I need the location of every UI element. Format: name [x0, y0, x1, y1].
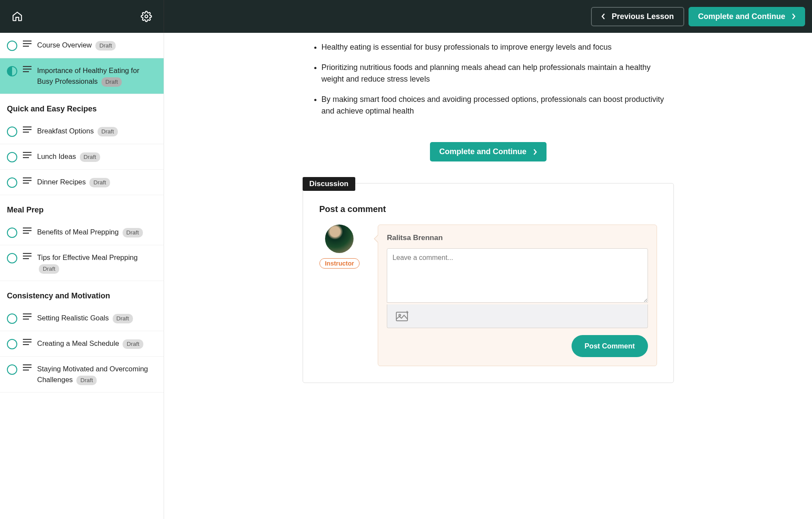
- lesson-status-icon: [7, 228, 17, 238]
- avatar: [325, 225, 354, 253]
- draft-badge: Draft: [39, 264, 59, 274]
- lesson-status-icon: [7, 152, 17, 162]
- main: Healthy eating is essential for busy pro…: [164, 0, 812, 409]
- lesson-text: Creating a Meal Schedule Draft: [37, 338, 143, 349]
- lesson-body: Tips for Effective Meal Prepping Draft: [22, 252, 157, 274]
- draft-badge: Draft: [113, 314, 133, 323]
- lesson-item[interactable]: Benefits of Meal Prepping Draft: [0, 220, 164, 245]
- chevron-right-icon: [533, 149, 537, 155]
- content: Healthy eating is essential for busy pro…: [290, 33, 687, 409]
- content-bullet: By making smart food choices and avoidin…: [322, 89, 674, 121]
- lesson-text: Tips for Effective Meal Prepping Draft: [37, 252, 157, 274]
- lesson-body: Lunch Ideas Draft: [22, 151, 157, 162]
- lesson-status-icon: [7, 339, 17, 349]
- lesson-text: Setting Realistic Goals Draft: [37, 313, 133, 323]
- complete-continue-label: Complete and Continue: [698, 12, 785, 21]
- lesson-label: Course Overview: [37, 41, 92, 49]
- home-icon: [12, 11, 23, 22]
- lesson-item[interactable]: Lunch Ideas Draft: [0, 144, 164, 170]
- complete-continue-button[interactable]: Complete and Continue: [689, 7, 805, 26]
- header-left: [0, 0, 164, 33]
- draft-badge: Draft: [101, 77, 122, 87]
- section-title: Quick and Easy Recipes: [0, 94, 164, 119]
- lesson-status-icon: [7, 253, 17, 263]
- text-icon: [22, 313, 32, 321]
- settings-button[interactable]: [138, 8, 155, 25]
- sidebar[interactable]: Course Overview Draft Importance of Heal…: [0, 33, 164, 409]
- lesson-body: Staying Motivated and Overcoming Challen…: [22, 364, 157, 385]
- draft-badge: Draft: [76, 376, 97, 385]
- lesson-item[interactable]: Course Overview Draft: [0, 33, 164, 58]
- draft-badge: Draft: [80, 152, 100, 162]
- text-icon: [22, 177, 32, 185]
- comment-card: Ralitsa Brennan Post Comment: [378, 225, 657, 366]
- previous-lesson-button[interactable]: Previous Lesson: [591, 7, 684, 26]
- svg-point-0: [145, 15, 148, 18]
- svg-point-32: [399, 314, 401, 316]
- lesson-status-icon: [7, 127, 17, 137]
- content-bullet: Healthy eating is essential for busy pro…: [322, 37, 674, 57]
- lesson-body: Breakfast Options Draft: [22, 126, 157, 136]
- lesson-item[interactable]: Importance of Healthy Eating for Busy Pr…: [0, 58, 164, 94]
- header-right: Previous Lesson Complete and Continue: [164, 0, 812, 33]
- lesson-status-icon: [7, 66, 17, 76]
- lesson-status-icon: [7, 364, 17, 375]
- content-bullet: Prioritizing nutritious foods and planni…: [322, 57, 674, 89]
- home-button[interactable]: [9, 8, 26, 25]
- lesson-text: Benefits of Meal Prepping Draft: [37, 227, 143, 237]
- draft-badge: Draft: [89, 178, 110, 187]
- previous-lesson-label: Previous Lesson: [612, 12, 674, 21]
- discussion-title: Post a comment: [319, 204, 657, 214]
- lesson-body: Dinner Recipes Draft: [22, 177, 157, 187]
- text-icon: [22, 126, 32, 134]
- complete-continue-label-inline: Complete and Continue: [439, 147, 527, 156]
- lesson-body: Creating a Meal Schedule Draft: [22, 338, 157, 349]
- complete-continue-button-inline[interactable]: Complete and Continue: [430, 142, 547, 161]
- text-icon: [22, 152, 32, 159]
- text-icon: [22, 364, 32, 372]
- lesson-text: Breakfast Options Draft: [37, 126, 118, 136]
- image-upload-button[interactable]: [396, 310, 638, 322]
- lesson-item[interactable]: Staying Motivated and Overcoming Challen…: [0, 357, 164, 392]
- lesson-body: Importance of Healthy Eating for Busy Pr…: [22, 65, 157, 87]
- draft-badge: Draft: [123, 339, 143, 349]
- header: Previous Lesson Complete and Continue: [0, 0, 812, 33]
- text-icon: [22, 40, 32, 48]
- draft-badge: Draft: [98, 127, 118, 136]
- discussion-box: Discussion Post a comment Instructor Ral…: [303, 183, 674, 383]
- lesson-text: Staying Motivated and Overcoming Challen…: [37, 364, 157, 385]
- commenter-name: Ralitsa Brennan: [387, 234, 648, 242]
- chevron-right-icon: [791, 13, 796, 20]
- content-bullets: Healthy eating is essential for busy pro…: [303, 37, 674, 121]
- lesson-text: Importance of Healthy Eating for Busy Pr…: [37, 65, 157, 87]
- draft-badge: Draft: [95, 41, 116, 51]
- post-comment-button[interactable]: Post Comment: [572, 335, 648, 357]
- lesson-item[interactable]: Breakfast Options Draft: [0, 119, 164, 144]
- comment-actions: Post Comment: [387, 335, 648, 357]
- lesson-label: Setting Realistic Goals: [37, 314, 109, 322]
- comment-toolbar: [387, 304, 648, 328]
- lesson-label: Breakfast Options: [37, 127, 94, 135]
- lesson-body: Setting Realistic Goals Draft: [22, 313, 157, 323]
- lesson-body: Course Overview Draft: [22, 40, 157, 51]
- gear-icon: [141, 11, 152, 22]
- lesson-body: Benefits of Meal Prepping Draft: [22, 227, 157, 237]
- lesson-status-icon: [7, 41, 17, 51]
- svg-rect-31: [396, 312, 408, 321]
- chevron-left-icon: [601, 13, 606, 20]
- text-icon: [22, 227, 32, 235]
- lesson-item[interactable]: Tips for Effective Meal Prepping Draft: [0, 245, 164, 281]
- lesson-item[interactable]: Dinner Recipes Draft: [0, 170, 164, 195]
- draft-badge: Draft: [123, 228, 143, 237]
- lesson-status-icon: [7, 313, 17, 324]
- lesson-text: Dinner Recipes Draft: [37, 177, 110, 187]
- text-icon: [22, 339, 32, 346]
- comment-textarea[interactable]: [387, 248, 648, 303]
- lesson-item[interactable]: Setting Realistic Goals Draft: [0, 306, 164, 331]
- lesson-label: Benefits of Meal Prepping: [37, 228, 119, 236]
- lesson-item[interactable]: Creating a Meal Schedule Draft: [0, 331, 164, 357]
- lesson-label: Lunch Ideas: [37, 152, 76, 160]
- text-icon: [22, 66, 32, 73]
- image-icon: [396, 310, 410, 322]
- lesson-label: Importance of Healthy Eating for Busy Pr…: [37, 66, 139, 85]
